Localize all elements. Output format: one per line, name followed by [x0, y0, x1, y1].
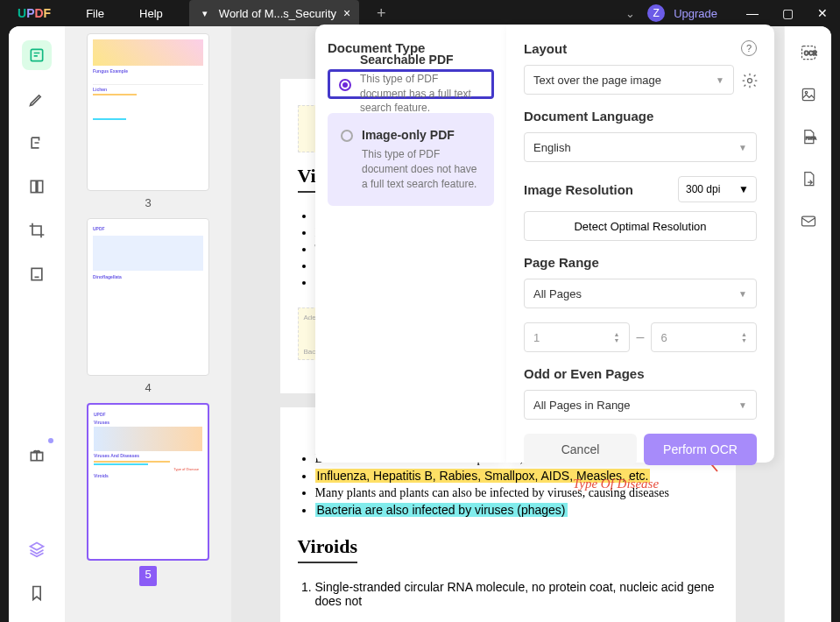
- close-window-button[interactable]: ✕: [805, 0, 840, 26]
- odd-even-select[interactable]: All Pages in Range▼: [524, 390, 757, 420]
- thumbnail-panel: Fungus Example Lichen 3 UPDF Dinoflagell…: [65, 26, 231, 622]
- thumbnail-page-4[interactable]: UPDF Dinoflagellata: [87, 218, 209, 376]
- svg-point-11: [748, 79, 752, 83]
- layers-icon[interactable]: [22, 534, 52, 564]
- menu-file[interactable]: File: [68, 7, 122, 20]
- option-desc: This type of PDF document does not have …: [362, 147, 481, 191]
- svg-text:OCR: OCR: [804, 50, 817, 56]
- thumbnail-num-3: 3: [79, 194, 217, 215]
- mail-icon[interactable]: [800, 212, 817, 233]
- reader-tool-icon[interactable]: [22, 40, 52, 70]
- svg-rect-2: [38, 180, 43, 192]
- svg-rect-10: [801, 216, 815, 226]
- new-tab-button[interactable]: +: [368, 4, 394, 23]
- resolution-heading: Image Resolution: [524, 182, 633, 197]
- option-title: Image-only PDF: [362, 128, 481, 142]
- option-searchable-pdf[interactable]: Searchable PDF This type of PDF document…: [328, 69, 494, 99]
- resolution-select[interactable]: 300 dpi▼: [678, 176, 757, 202]
- thumbnail-num-5: 5: [139, 566, 157, 586]
- annotate-tool-icon[interactable]: [22, 84, 52, 114]
- form-tool-icon[interactable]: [22, 259, 52, 289]
- layout-heading: Layout: [524, 41, 567, 56]
- svg-point-8: [805, 91, 808, 94]
- option-title: Searchable PDF: [360, 53, 483, 67]
- range-to-input[interactable]: 6▲▼: [651, 322, 757, 352]
- avatar[interactable]: Z: [647, 4, 665, 22]
- heading-viroids: Viroids: [298, 535, 357, 563]
- tab-title: World of M...s_Security: [219, 7, 336, 20]
- gift-icon[interactable]: [22, 440, 52, 470]
- pdfa-icon[interactable]: PDF/A: [800, 128, 817, 149]
- page-range-heading: Page Range: [524, 255, 757, 270]
- close-icon[interactable]: ×: [343, 6, 350, 20]
- odd-even-heading: Odd or Even Pages: [524, 366, 757, 381]
- ocr-icon[interactable]: OCR: [800, 44, 817, 65]
- page-range-select[interactable]: All Pages▼: [524, 279, 757, 308]
- svg-rect-1: [31, 180, 36, 192]
- thumbnail-page-3[interactable]: Fungus Example Lichen: [87, 33, 209, 191]
- option-desc: This type of PDF document has a full tex…: [360, 72, 483, 116]
- thumbnail-num-4: 4: [79, 379, 217, 399]
- crop-tool-icon[interactable]: [22, 216, 52, 245]
- list-item: Single-stranded circular RNA molecule, n…: [315, 580, 718, 608]
- cancel-button[interactable]: Cancel: [524, 434, 637, 465]
- edit-tool-icon[interactable]: [22, 128, 52, 158]
- document-tab[interactable]: ▾ World of M...s_Security ×: [189, 0, 359, 26]
- radio-icon: [341, 130, 353, 142]
- language-select[interactable]: English▼: [524, 132, 757, 162]
- export-image-icon[interactable]: [800, 86, 817, 107]
- organize-tool-icon[interactable]: [22, 172, 52, 201]
- svg-rect-3: [32, 268, 42, 279]
- radio-icon: [339, 79, 351, 91]
- heading-viruses: Vi: [298, 165, 316, 193]
- help-icon[interactable]: ?: [741, 40, 757, 56]
- option-image-only-pdf[interactable]: Image-only PDF This type of PDF document…: [328, 113, 494, 206]
- thumbnail-page-5[interactable]: UPDF Viruses Viruses And Diseases Type o…: [87, 403, 209, 561]
- maximize-button[interactable]: ▢: [770, 0, 805, 26]
- tab-dropdown-icon[interactable]: ▾: [198, 8, 212, 19]
- chevron-down-icon[interactable]: ⌄: [625, 7, 635, 20]
- perform-ocr-button[interactable]: Perform OCR: [644, 434, 757, 465]
- range-from-input[interactable]: 1▲▼: [524, 322, 630, 352]
- svg-rect-7: [802, 88, 814, 100]
- menu-help[interactable]: Help: [122, 7, 180, 20]
- gear-icon[interactable]: [741, 72, 757, 88]
- range-dash: –: [637, 329, 645, 345]
- minimize-button[interactable]: —: [735, 0, 770, 26]
- layout-select[interactable]: Text over the page image▼: [524, 65, 734, 95]
- detect-resolution-button[interactable]: Detect Optimal Resolution: [524, 211, 757, 241]
- app-logo: UPDF: [0, 6, 68, 20]
- list-item: Bacteria are also infected by viruses (p…: [315, 503, 718, 518]
- upgrade-button[interactable]: Upgrade: [674, 7, 717, 20]
- language-heading: Document Language: [524, 109, 757, 124]
- annotation-text: Type Of Disease: [573, 477, 659, 491]
- bookmark-icon[interactable]: [22, 578, 52, 608]
- svg-text:PDF/A: PDF/A: [805, 136, 815, 140]
- file-export-icon[interactable]: [800, 170, 817, 191]
